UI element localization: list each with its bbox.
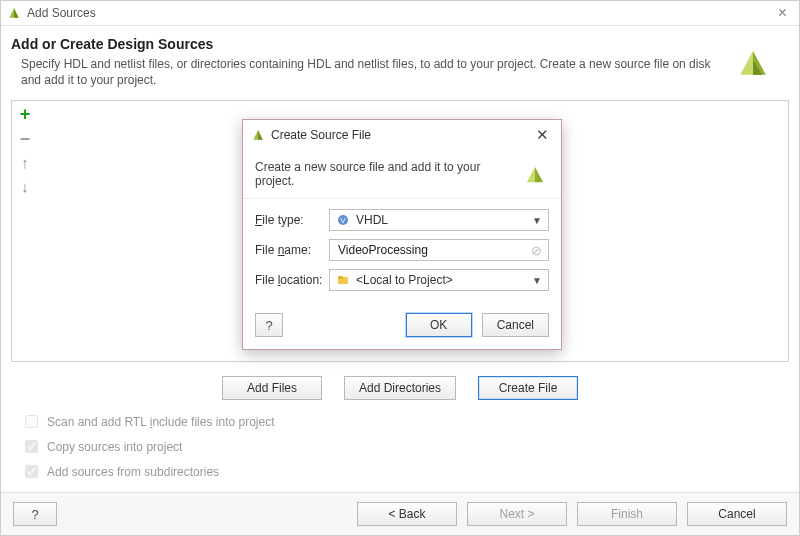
- remove-row-button[interactable]: –: [16, 129, 34, 147]
- svg-marker-6: [258, 130, 263, 139]
- dialog-title: Create Source File: [271, 128, 371, 142]
- finish-button: Finish: [577, 502, 677, 526]
- scan-include-checkbox[interactable]: Scan and add RTL include files into proj…: [21, 412, 789, 431]
- file-type-value: VHDL: [356, 213, 388, 227]
- titlebar: Add Sources ×: [1, 1, 799, 26]
- dialog-footer: ? OK Cancel: [243, 305, 561, 349]
- app-icon: [7, 6, 21, 20]
- file-type-label: File type:: [255, 213, 329, 227]
- file-name-row: File name: ⊘: [255, 239, 549, 261]
- svg-text:V: V: [340, 216, 346, 225]
- file-name-label: File name:: [255, 243, 329, 257]
- file-location-label: File location:: [255, 273, 329, 287]
- svg-marker-8: [535, 167, 543, 182]
- chevron-down-icon: ▼: [532, 275, 542, 286]
- file-name-input[interactable]: ⊘: [329, 239, 549, 261]
- file-name-field[interactable]: [336, 242, 531, 258]
- file-type-row: File type: V VHDL ▼: [255, 209, 549, 231]
- ok-button[interactable]: OK: [406, 313, 472, 337]
- create-file-button[interactable]: Create File: [478, 376, 578, 400]
- dialog-cancel-button[interactable]: Cancel: [482, 313, 549, 337]
- back-button[interactable]: < Back: [357, 502, 457, 526]
- move-up-button[interactable]: ↑: [16, 153, 34, 171]
- dialog-titlebar: Create Source File ✕: [243, 120, 561, 150]
- dialog-icon: [251, 128, 265, 142]
- add-row-button[interactable]: +: [16, 105, 34, 123]
- cancel-button[interactable]: Cancel: [687, 502, 787, 526]
- dialog-close-button[interactable]: ✕: [532, 126, 553, 144]
- dialog-subtitle: Create a new source file and add it to y…: [255, 160, 521, 188]
- dialog-logo-icon: [521, 160, 549, 188]
- svg-marker-1: [14, 8, 19, 17]
- window-close-button[interactable]: ×: [772, 4, 793, 22]
- folder-icon: [336, 273, 350, 287]
- create-source-file-dialog: Create Source File ✕ Create a new source…: [242, 119, 562, 350]
- file-location-combo[interactable]: <Local to Project> ▼: [329, 269, 549, 291]
- clear-input-icon[interactable]: ⊘: [531, 243, 542, 258]
- file-location-value: <Local to Project>: [356, 273, 453, 287]
- page-heading: Add or Create Design Sources: [11, 36, 719, 52]
- dialog-header: Create a new source file and add it to y…: [243, 150, 561, 199]
- copy-sources-checkbox[interactable]: Copy sources into project: [21, 437, 789, 456]
- list-side-buttons: + – ↑ ↓: [12, 101, 38, 361]
- svg-rect-12: [338, 276, 343, 279]
- add-sources-window: Add Sources × Add or Create Design Sourc…: [0, 0, 800, 536]
- file-type-combo[interactable]: V VHDL ▼: [329, 209, 549, 231]
- dialog-help-button[interactable]: ?: [255, 313, 283, 337]
- add-files-button[interactable]: Add Files: [222, 376, 322, 400]
- wizard-footer: ? < Back Next > Finish Cancel: [1, 492, 799, 535]
- file-location-row: File location: <Local to Project> ▼: [255, 269, 549, 291]
- next-button: Next >: [467, 502, 567, 526]
- file-action-buttons: Add Files Add Directories Create File: [11, 376, 789, 400]
- add-subdirs-checkbox[interactable]: Add sources from subdirectories: [21, 462, 789, 481]
- window-title: Add Sources: [27, 6, 96, 20]
- wizard-header: Add or Create Design Sources Specify HDL…: [1, 26, 799, 94]
- svg-marker-7: [527, 167, 535, 182]
- chevron-down-icon: ▼: [532, 215, 542, 226]
- page-description: Specify HDL and netlist files, or direct…: [21, 56, 719, 88]
- svg-marker-2: [740, 51, 753, 75]
- options-checkboxes: Scan and add RTL include files into proj…: [11, 412, 789, 481]
- vivado-logo-icon: [731, 40, 775, 84]
- help-button[interactable]: ?: [13, 502, 57, 526]
- vhdl-file-icon: V: [336, 213, 350, 227]
- move-down-button[interactable]: ↓: [16, 177, 34, 195]
- add-directories-button[interactable]: Add Directories: [344, 376, 456, 400]
